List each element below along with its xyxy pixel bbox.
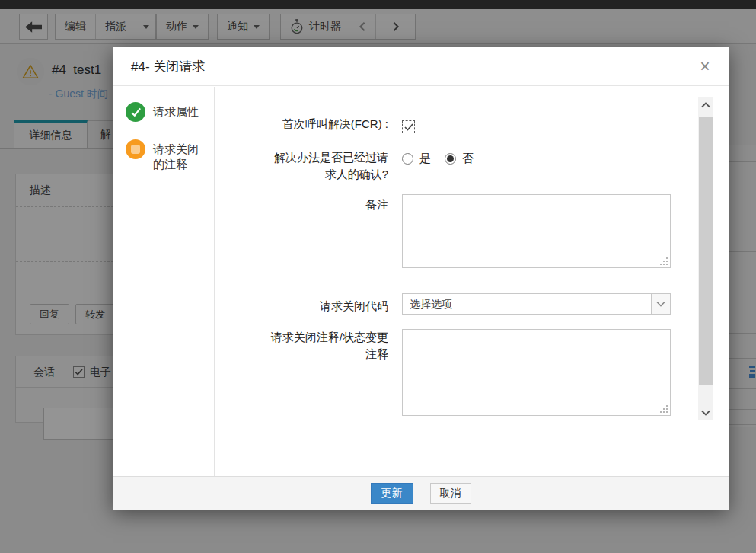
cancel-button[interactable]: 取消 bbox=[430, 483, 471, 504]
closure-code-select[interactable]: 选择选项 bbox=[402, 293, 671, 315]
confirm-no-label: 否 bbox=[462, 152, 474, 166]
confirm-yes-radio[interactable] bbox=[402, 153, 413, 165]
notes-label: 备注 bbox=[215, 197, 388, 213]
scrollbar-thumb[interactable] bbox=[699, 117, 713, 385]
dialog-body: 请求属性 请求关闭 的注释 首次呼叫解决(FCR) : 解决办法是否已经过请 求… bbox=[113, 87, 729, 476]
confirmation-label: 解决办法是否已经过请 求人的确认? bbox=[215, 149, 388, 183]
confirm-no-radio[interactable] bbox=[445, 153, 456, 165]
screen: 编辑 指派 动作 通知 计时器 bbox=[0, 0, 756, 553]
resize-grip-icon[interactable] bbox=[666, 411, 668, 413]
dialog-title: #4- 关闭请求 bbox=[131, 47, 205, 86]
confirm-yes-label: 是 bbox=[419, 152, 431, 166]
closure-comments-label: 请求关闭注释/状态变更 注释 bbox=[215, 329, 388, 363]
closure-comments-textarea[interactable] bbox=[402, 329, 671, 416]
step-label: 请求属性 bbox=[153, 102, 199, 120]
close-icon[interactable]: × bbox=[695, 56, 715, 76]
resize-grip-icon[interactable] bbox=[666, 264, 668, 265]
step-request-properties[interactable]: 请求属性 bbox=[126, 102, 199, 122]
closure-code-value: 选择选项 bbox=[410, 294, 452, 314]
chevron-down-icon bbox=[656, 301, 665, 307]
select-dropdown-button[interactable] bbox=[651, 294, 670, 314]
close-request-dialog: #4- 关闭请求 × 请求属性 请求关闭 的注释 首次呼叫解决(FCR) : bbox=[113, 47, 729, 510]
chevron-up-icon bbox=[701, 102, 710, 108]
dialog-header: #4- 关闭请求 × bbox=[113, 47, 729, 86]
dialog-footer: 更新 取消 bbox=[113, 476, 729, 510]
scroll-down-button[interactable] bbox=[698, 405, 713, 420]
step-completed-icon bbox=[126, 102, 145, 122]
chevron-down-icon bbox=[701, 410, 710, 416]
step-label: 请求关闭 的注释 bbox=[153, 139, 199, 172]
dialog-scrollbar bbox=[698, 97, 713, 420]
scroll-up-button[interactable] bbox=[698, 97, 713, 113]
wizard-steps: 请求属性 请求关闭 的注释 bbox=[113, 87, 215, 476]
closure-code-label: 请求关闭代码 bbox=[215, 298, 388, 315]
notes-textarea[interactable] bbox=[402, 194, 671, 268]
checkmark-icon bbox=[404, 123, 413, 131]
fcr-label: 首次呼叫解决(FCR) : bbox=[215, 116, 388, 133]
step-current-icon bbox=[126, 139, 145, 159]
fcr-checkbox[interactable] bbox=[402, 120, 415, 133]
step-closure-comments[interactable]: 请求关闭 的注释 bbox=[126, 139, 199, 172]
update-button[interactable]: 更新 bbox=[371, 483, 413, 504]
